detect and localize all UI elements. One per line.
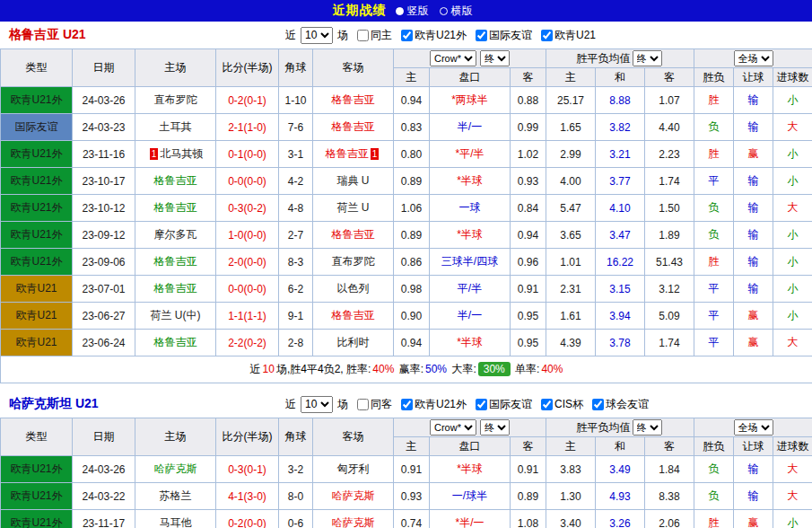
table-row: 国际友谊24-03-23土耳其2-1(1-0)7-6格鲁吉亚0.83半/一0.9…: [1, 114, 812, 141]
avg-final-select[interactable]: 终: [633, 50, 662, 66]
odds-company-select[interactable]: Crow*: [430, 419, 476, 436]
checkbox-input[interactable]: [541, 30, 553, 41]
scope-select[interactable]: 全场: [734, 50, 773, 66]
avg-home-odds: 1.61: [546, 303, 596, 330]
radio-vertical-label[interactable]: 竖版: [407, 4, 429, 19]
odds-away: 0.93: [511, 168, 546, 195]
result-goals: 小: [773, 510, 812, 528]
team-title: 哈萨克斯坦 U21: [9, 396, 99, 412]
table-row: 欧青U21外23-10-12格鲁吉亚0-3(0-2)4-8荷兰 U1.06一球0…: [1, 195, 812, 222]
odds-home: 0.83: [394, 114, 430, 141]
checkbox-input[interactable]: [476, 30, 487, 41]
checkbox-input[interactable]: [401, 30, 413, 41]
filter-checkbox[interactable]: 欧青U21外: [401, 397, 467, 412]
handicap-line: 三球半/四球: [430, 249, 511, 276]
odds-company-header: Crow*终: [394, 49, 546, 68]
result-wdl: 负: [694, 114, 734, 141]
checkbox-input[interactable]: [357, 30, 369, 41]
summary-segment: 40%: [372, 363, 394, 375]
result-wdl: 负: [694, 195, 734, 222]
score: 0-1(0-0): [216, 141, 279, 168]
filter-checkbox[interactable]: 欧青U21: [541, 28, 596, 43]
score: 0-0(0-0): [216, 276, 279, 303]
home-team: 摩尔多瓦: [135, 222, 216, 249]
checkbox-input[interactable]: [401, 399, 413, 410]
result-goals: 小: [773, 87, 812, 114]
avg-away-odds: 5.09: [645, 303, 694, 330]
checkbox-label: 欧青U21外: [415, 28, 467, 43]
avg-away-odds: 2.06: [645, 510, 694, 528]
odds-away: 0.88: [511, 87, 546, 114]
home-team: 直布罗陀: [135, 87, 216, 114]
topbar: 近期战绩 竖版 横版: [0, 0, 812, 22]
score: 1-0(0-0): [216, 222, 279, 249]
radio-vertical-icon[interactable]: [396, 7, 404, 15]
match-type-badge: 欧青U21外: [1, 195, 73, 222]
result-handicap: 赢: [734, 303, 773, 330]
filter-checkbox[interactable]: 球会友谊: [592, 397, 649, 412]
match-count-select[interactable]: 10: [301, 396, 333, 413]
checkbox-input[interactable]: [476, 399, 487, 410]
sub-column-header: 客: [511, 437, 546, 456]
match-date: 23-07-01: [73, 276, 135, 303]
checkbox-label: 同客: [371, 397, 392, 412]
result-handicap: 赢: [734, 141, 773, 168]
result-wdl: 负: [694, 483, 734, 510]
avg-draw-odds: 16.22: [596, 249, 645, 276]
odds-away: 0.89: [511, 483, 546, 510]
avg-home-odds: 3.65: [546, 222, 596, 249]
away-team-name: 以色列: [337, 282, 370, 295]
filter-checkbox[interactable]: CIS杯: [541, 397, 583, 412]
match-type-badge: 欧青U21外: [1, 87, 73, 114]
summary-text: 近10场,胜4平4负2, 胜率:40% 赢率:50% 大率:30% 单率:40%: [1, 356, 812, 383]
result-goals: 小: [773, 303, 812, 330]
result-goals: 小: [773, 276, 812, 303]
result-wdl: 胜: [694, 87, 734, 114]
match-type-badge: 欧青U21: [1, 276, 73, 303]
checkbox-input[interactable]: [541, 399, 553, 410]
result-wdl: 胜: [694, 510, 734, 528]
radio-horizontal-label[interactable]: 横版: [451, 4, 473, 19]
result-goals: 小: [773, 141, 812, 168]
home-team-name: 马耳他: [160, 516, 192, 528]
radio-horizontal-icon[interactable]: [440, 7, 448, 15]
avg-home-odds: 1.01: [546, 249, 596, 276]
filter-checkbox[interactable]: 同主: [357, 28, 392, 43]
summary-segment: 50%: [425, 363, 447, 375]
match-count-select[interactable]: 10: [301, 27, 333, 44]
sub-column-header: 让球: [734, 68, 773, 87]
match-type-badge: 国际友谊: [1, 114, 73, 141]
summary-segment: 大率:: [449, 363, 476, 375]
column-header: 日期: [73, 418, 135, 456]
avg-draw-odds: 8.88: [596, 87, 645, 114]
checkbox-input[interactable]: [357, 399, 369, 410]
home-team: 马耳他: [135, 510, 216, 528]
away-team-name: 哈萨克斯: [332, 489, 375, 502]
avg-draw-odds: 4.10: [596, 195, 645, 222]
odds-final-select[interactable]: 终: [480, 50, 510, 66]
score: 1-1(1-1): [216, 303, 279, 330]
away-team: 格鲁吉亚: [313, 87, 394, 114]
filter-checkbox[interactable]: 欧青U21外: [401, 28, 467, 43]
near-label: 近: [285, 28, 296, 43]
column-header: 主场: [135, 418, 216, 456]
checkbox-input[interactable]: [592, 399, 604, 410]
avg-draw-odds: 3.15: [596, 276, 645, 303]
result-goals: 大: [773, 195, 812, 222]
home-team-name: 荷兰 U(中): [151, 309, 201, 321]
sub-column-header: 盘口: [430, 437, 511, 456]
filter-checkbox[interactable]: 国际友谊: [476, 28, 532, 43]
home-team-name: 格鲁吉亚: [154, 336, 197, 348]
team-section: 哈萨克斯坦 U21近10场同客欧青U21外国际友谊CIS杯球会友谊类型日期主场比…: [0, 391, 812, 528]
corner-score: 2-7: [279, 222, 313, 249]
filter-checkbox[interactable]: 同客: [357, 397, 392, 412]
avg-final-select[interactable]: 终: [633, 419, 662, 436]
avg-away-odds: 51.43: [645, 249, 694, 276]
odds-company-select[interactable]: Crow*: [430, 50, 476, 66]
odds-final-select[interactable]: 终: [480, 419, 510, 436]
scope-select[interactable]: 全场: [734, 419, 773, 436]
filter-controls: 近10场同主欧青U21外国际友谊欧青U21: [285, 27, 596, 44]
corner-score: 4-8: [279, 195, 313, 222]
filter-checkbox[interactable]: 国际友谊: [476, 397, 532, 412]
odds-away: 1.08: [511, 510, 546, 528]
